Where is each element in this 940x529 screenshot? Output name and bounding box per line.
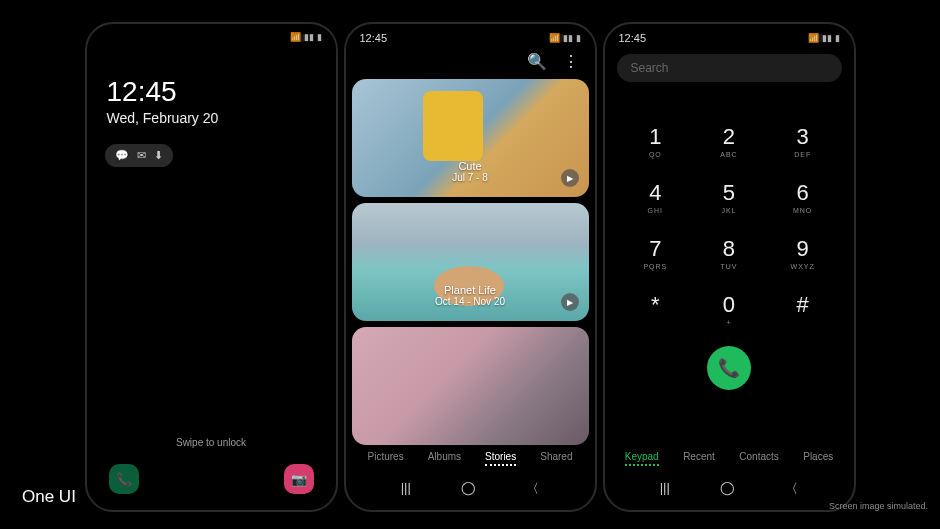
brand-label: One UI: [22, 487, 76, 507]
download-icon: ⬇: [154, 149, 163, 162]
key-4[interactable]: 4GHI: [623, 174, 689, 220]
key-star[interactable]: *: [623, 286, 689, 332]
notification-pill[interactable]: 💬 ✉ ⬇: [105, 144, 173, 167]
key-2[interactable]: 2ABC: [696, 118, 762, 164]
key-8[interactable]: 8TUV: [696, 230, 762, 276]
play-icon[interactable]: ▶: [561, 293, 579, 311]
tab-pictures[interactable]: Pictures: [368, 451, 404, 466]
keypad: 1QO 2ABC 3DEF 4GHI 5JKL 6MNO 7PQRS 8TUV …: [605, 88, 854, 332]
home-button[interactable]: ◯: [720, 480, 735, 498]
home-button[interactable]: ◯: [461, 480, 476, 498]
key-hash[interactable]: #: [770, 286, 836, 332]
gallery-tabs: Pictures Albums Stories Shared: [346, 443, 595, 474]
camera-shortcut[interactable]: 📷: [284, 464, 314, 494]
story-card[interactable]: Planet Life Oct 14 - Nov 20 ▶: [352, 203, 589, 321]
tab-stories[interactable]: Stories: [485, 451, 516, 466]
swipe-hint: Swipe to unlock: [87, 437, 336, 448]
lock-date: Wed, February 20: [87, 108, 336, 136]
tab-shared[interactable]: Shared: [540, 451, 572, 466]
tab-recent[interactable]: Recent: [683, 451, 715, 466]
lock-dock: 📞 📷: [87, 464, 336, 494]
dialer-tabs: Keypad Recent Contacts Places: [605, 443, 854, 474]
status-time: 12:45: [619, 32, 647, 44]
signal-icon: ▮▮: [563, 33, 573, 43]
story-title: Planet Life: [352, 284, 589, 296]
phone-lock-screen: 📶 ▮▮ ▮ 12:45 Wed, February 20 💬 ✉ ⬇ Swip…: [85, 22, 338, 512]
story-card[interactable]: Cute Jul 7 - 8 ▶: [352, 79, 589, 197]
status-bar: 12:45 📶 ▮▮ ▮: [346, 24, 595, 48]
status-bar: 📶 ▮▮ ▮: [87, 24, 336, 46]
story-title: Cute: [352, 160, 589, 172]
phone-row: 📶 ▮▮ ▮ 12:45 Wed, February 20 💬 ✉ ⬇ Swip…: [0, 0, 940, 512]
status-bar: 12:45 📶 ▮▮ ▮: [605, 24, 854, 48]
key-0[interactable]: 0+: [696, 286, 762, 332]
wifi-icon: 📶: [549, 33, 560, 43]
lock-time: 12:45: [87, 46, 336, 108]
chat-icon: 💬: [115, 149, 129, 162]
call-button[interactable]: 📞: [707, 346, 751, 390]
battery-icon: ▮: [835, 33, 840, 43]
battery-icon: ▮: [317, 32, 322, 42]
wifi-icon: 📶: [290, 32, 301, 42]
phone-dialer: 12:45 📶 ▮▮ ▮ Search 1QO 2ABC 3DEF 4GHI 5…: [603, 22, 856, 512]
disclaimer-text: Screen image simulated.: [829, 501, 928, 511]
key-7[interactable]: 7PQRS: [623, 230, 689, 276]
search-input[interactable]: Search: [617, 54, 842, 82]
nav-bar: ||| ◯ 〈: [605, 474, 854, 504]
signal-icon: ▮▮: [822, 33, 832, 43]
phone-shortcut[interactable]: 📞: [109, 464, 139, 494]
nav-bar: ||| ◯ 〈: [346, 474, 595, 504]
back-button[interactable]: 〈: [526, 480, 539, 498]
tab-contacts[interactable]: Contacts: [739, 451, 778, 466]
signal-icon: ▮▮: [304, 32, 314, 42]
tab-keypad[interactable]: Keypad: [625, 451, 659, 466]
recents-button[interactable]: |||: [660, 480, 670, 498]
status-time: 12:45: [360, 32, 388, 44]
story-date: Oct 14 - Nov 20: [352, 296, 589, 307]
play-icon[interactable]: ▶: [561, 169, 579, 187]
tab-albums[interactable]: Albums: [428, 451, 461, 466]
key-5[interactable]: 5JKL: [696, 174, 762, 220]
back-button[interactable]: 〈: [785, 480, 798, 498]
stories-list: Cute Jul 7 - 8 ▶ Planet Life Oct 14 - No…: [346, 79, 595, 445]
tab-places[interactable]: Places: [803, 451, 833, 466]
wifi-icon: 📶: [808, 33, 819, 43]
recents-button[interactable]: |||: [401, 480, 411, 498]
key-6[interactable]: 6MNO: [770, 174, 836, 220]
more-icon[interactable]: ⋮: [563, 52, 579, 71]
search-icon[interactable]: 🔍: [527, 52, 547, 71]
story-card[interactable]: [352, 327, 589, 445]
key-1[interactable]: 1QO: [623, 118, 689, 164]
phone-gallery: 12:45 📶 ▮▮ ▮ 🔍 ⋮ Cute Jul 7 - 8 ▶ Planet…: [344, 22, 597, 512]
battery-icon: ▮: [576, 33, 581, 43]
key-9[interactable]: 9WXYZ: [770, 230, 836, 276]
story-date: Jul 7 - 8: [352, 172, 589, 183]
mail-icon: ✉: [137, 149, 146, 162]
key-3[interactable]: 3DEF: [770, 118, 836, 164]
